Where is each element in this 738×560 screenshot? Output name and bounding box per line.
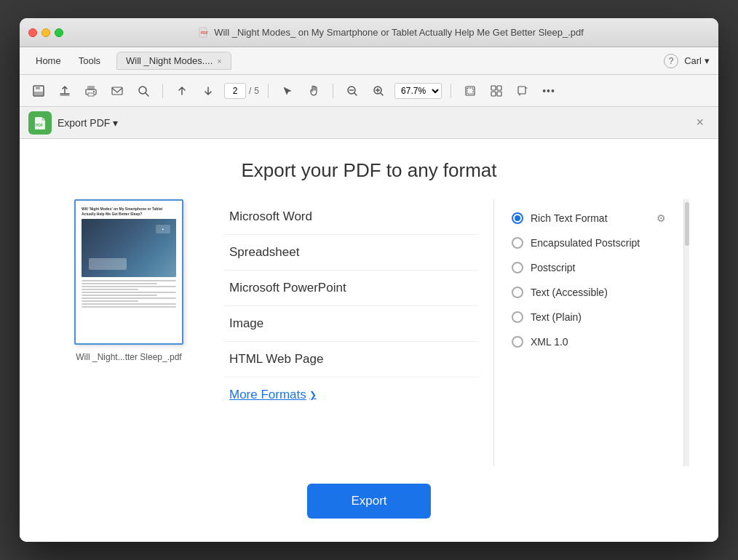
zoom-in-button[interactable] (368, 81, 389, 101)
next-page-button[interactable] (198, 81, 218, 101)
email-icon (111, 84, 124, 97)
prev-page-icon (177, 86, 187, 96)
radio-text-plain[interactable] (512, 311, 523, 323)
tab-close-button[interactable]: × (217, 57, 221, 65)
help-button[interactable]: ? (664, 54, 678, 68)
text-line (82, 303, 176, 305)
hand-icon (308, 85, 320, 97)
svg-text:PDF: PDF (201, 31, 208, 35)
user-menu-button[interactable]: Carl ▾ (684, 55, 710, 66)
export-panel-title: Export PDF ▾ (57, 117, 118, 129)
subformat-text-plain-label: Text (Plain) (531, 311, 582, 323)
search-button[interactable] (133, 81, 154, 101)
tab-label: Will _Night Modes.... (126, 55, 213, 66)
text-line (82, 289, 138, 290)
window-title: PDF Will _Night Modes_ on My Smartphone … (72, 27, 710, 39)
main-content: Export your PDF to any format Will 'Nigh… (20, 139, 718, 542)
maximize-traffic-light[interactable] (55, 28, 63, 37)
current-tab[interactable]: Will _Night Modes.... × (116, 52, 231, 70)
subformat-xml-1-label: XML 1.0 (531, 336, 568, 348)
cursor-tool-button[interactable] (277, 81, 298, 101)
toolbar-sep-2 (268, 84, 269, 98)
format-image[interactable]: Image (223, 306, 479, 342)
page-control: / 5 (224, 83, 259, 99)
toolbar-sep-1 (162, 84, 163, 98)
format-microsoft-powerpoint[interactable]: Microsoft PowerPoint (223, 271, 479, 306)
minimize-traffic-light[interactable] (41, 28, 50, 37)
radio-text-accessible[interactable] (512, 287, 523, 298)
titlebar: PDF Will _Night Modes_ on My Smartphone … (20, 18, 718, 47)
pdf-thumb-image: ▶ (82, 219, 176, 277)
format-list: Microsoft Word Spreadsheet Microsoft Pow… (209, 199, 494, 466)
text-line (82, 286, 176, 287)
zoom-out-button[interactable] (342, 81, 362, 101)
toolbar: / 5 (20, 75, 718, 107)
print-icon (84, 84, 98, 97)
prev-page-button[interactable] (172, 81, 192, 101)
fit-page-icon (464, 85, 476, 97)
zoom-select[interactable]: 67.7% (394, 83, 442, 99)
export-panel-bar: PDF Export PDF ▾ × (20, 107, 718, 139)
upload-icon (58, 84, 71, 97)
subformat-list: Rich Text Format ⚙ Encapsulated Postscri… (494, 199, 683, 466)
hand-tool-button[interactable] (303, 81, 324, 101)
text-line (82, 280, 176, 281)
radio-postscript[interactable] (512, 262, 523, 273)
subformat-postscript-label: Postscript (531, 262, 575, 273)
format-spreadsheet[interactable]: Spreadsheet (223, 235, 479, 271)
thumbnails-button[interactable] (486, 81, 507, 101)
subformat-encapsulated-postscript-label: Encapsulated Postscript (531, 237, 640, 249)
print-button[interactable] (81, 81, 101, 101)
format-microsoft-word[interactable]: Microsoft Word (223, 199, 479, 235)
svg-rect-3 (36, 86, 40, 89)
pdf-thumb-title: Will 'Night Modes' on My Smartphone or T… (82, 207, 176, 216)
toolbar-sep-3 (333, 84, 333, 98)
svg-rect-7 (88, 93, 94, 96)
export-button[interactable]: Export (307, 484, 430, 519)
export-close-button[interactable]: × (690, 112, 710, 133)
pdf-file-icon: PDF (198, 27, 210, 39)
svg-point-8 (93, 91, 95, 92)
export-heading: Export your PDF to any format (20, 139, 718, 199)
subformat-xml-1[interactable]: XML 1.0 (509, 330, 669, 353)
more-formats-link[interactable]: More Formats ❯ (223, 377, 479, 412)
page-number-input[interactable] (224, 83, 246, 99)
subformat-rich-text-format[interactable]: Rich Text Format ⚙ (509, 207, 669, 230)
scroll-thumb[interactable] (685, 202, 689, 246)
upload-button[interactable] (55, 81, 75, 101)
radio-rich-text-format[interactable] (512, 212, 523, 224)
fit-page-button[interactable] (460, 81, 480, 101)
pdf-thumb-text-lines (82, 280, 176, 308)
format-html-web-page[interactable]: HTML Web Page (223, 342, 479, 377)
user-dropdown-arrow: ▾ (705, 55, 710, 66)
subformat-encapsulated-postscript[interactable]: Encapsulated Postscript (509, 231, 669, 255)
tabs-area: Will _Night Modes.... × (116, 52, 664, 70)
text-line (82, 292, 176, 293)
radio-encapsulated-postscript[interactable] (512, 237, 523, 249)
subformat-postscript[interactable]: Postscript (509, 256, 669, 279)
page-separator: / (249, 86, 251, 96)
settings-gear-icon[interactable]: ⚙ (656, 212, 666, 224)
pdf-filename: Will _Night...tter Sleep_.pdf (76, 352, 181, 362)
crop-button[interactable] (512, 81, 533, 101)
export-dropdown-arrow[interactable]: ▾ (113, 117, 118, 129)
thumbnails-icon (491, 85, 502, 97)
traffic-lights (28, 28, 63, 37)
search-icon (137, 84, 150, 97)
save-button[interactable] (28, 81, 49, 101)
radio-xml-1[interactable] (512, 336, 523, 348)
more-tools-button[interactable]: ••• (539, 81, 559, 101)
main-window: PDF Will _Night Modes_ on My Smartphone … (20, 18, 718, 542)
save-icon (32, 84, 45, 97)
email-button[interactable] (107, 81, 127, 101)
text-line (82, 283, 157, 284)
svg-rect-16 (497, 86, 501, 90)
svg-rect-15 (491, 86, 496, 90)
subformat-text-plain[interactable]: Text (Plain) (509, 305, 669, 329)
menu-home[interactable]: Home (28, 52, 68, 69)
menu-tools[interactable]: Tools (71, 52, 108, 69)
export-body: Will 'Night Modes' on My Smartphone or T… (20, 199, 718, 466)
scroll-track (683, 199, 689, 466)
subformat-text-accessible[interactable]: Text (Accessible) (509, 281, 669, 304)
close-traffic-light[interactable] (28, 28, 37, 37)
